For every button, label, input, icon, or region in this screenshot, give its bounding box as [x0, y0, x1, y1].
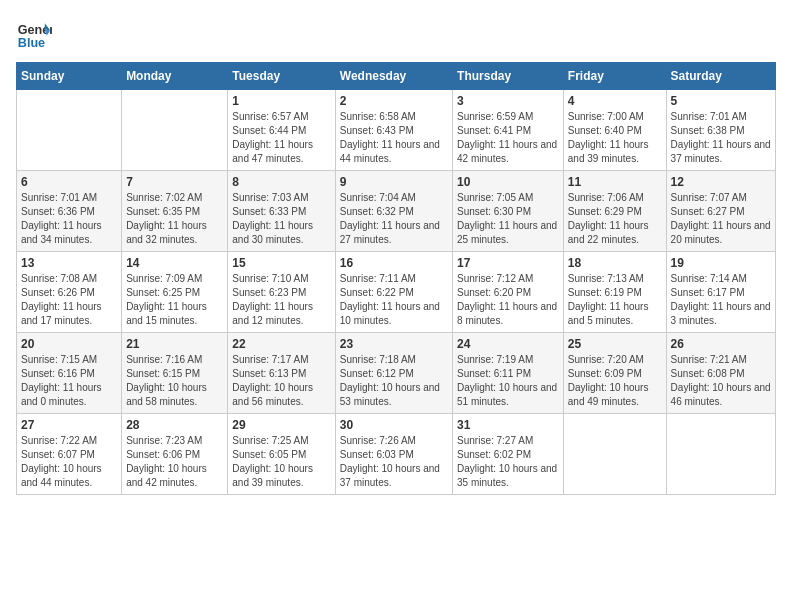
- day-number: 30: [340, 418, 448, 432]
- day-number: 4: [568, 94, 662, 108]
- day-cell: 7Sunrise: 7:02 AMSunset: 6:35 PMDaylight…: [122, 171, 228, 252]
- day-cell: 31Sunrise: 7:27 AMSunset: 6:02 PMDayligh…: [453, 414, 564, 495]
- day-info: Sunrise: 7:12 AMSunset: 6:20 PMDaylight:…: [457, 272, 559, 328]
- day-info: Sunrise: 7:23 AMSunset: 6:06 PMDaylight:…: [126, 434, 223, 490]
- day-number: 21: [126, 337, 223, 351]
- day-cell: [122, 90, 228, 171]
- day-info: Sunrise: 7:05 AMSunset: 6:30 PMDaylight:…: [457, 191, 559, 247]
- day-cell: 29Sunrise: 7:25 AMSunset: 6:05 PMDayligh…: [228, 414, 335, 495]
- week-row-2: 6Sunrise: 7:01 AMSunset: 6:36 PMDaylight…: [17, 171, 776, 252]
- day-cell: 26Sunrise: 7:21 AMSunset: 6:08 PMDayligh…: [666, 333, 775, 414]
- day-cell: 9Sunrise: 7:04 AMSunset: 6:32 PMDaylight…: [335, 171, 452, 252]
- day-info: Sunrise: 7:15 AMSunset: 6:16 PMDaylight:…: [21, 353, 117, 409]
- day-info: Sunrise: 7:27 AMSunset: 6:02 PMDaylight:…: [457, 434, 559, 490]
- day-number: 27: [21, 418, 117, 432]
- day-number: 9: [340, 175, 448, 189]
- header-cell-friday: Friday: [563, 63, 666, 90]
- day-cell: 12Sunrise: 7:07 AMSunset: 6:27 PMDayligh…: [666, 171, 775, 252]
- day-info: Sunrise: 7:16 AMSunset: 6:15 PMDaylight:…: [126, 353, 223, 409]
- day-number: 11: [568, 175, 662, 189]
- header-cell-sunday: Sunday: [17, 63, 122, 90]
- header-cell-saturday: Saturday: [666, 63, 775, 90]
- day-number: 2: [340, 94, 448, 108]
- day-cell: 19Sunrise: 7:14 AMSunset: 6:17 PMDayligh…: [666, 252, 775, 333]
- day-info: Sunrise: 7:04 AMSunset: 6:32 PMDaylight:…: [340, 191, 448, 247]
- day-number: 22: [232, 337, 330, 351]
- logo: General Blue: [16, 16, 52, 52]
- day-number: 23: [340, 337, 448, 351]
- calendar-table: SundayMondayTuesdayWednesdayThursdayFrid…: [16, 62, 776, 495]
- day-number: 29: [232, 418, 330, 432]
- day-cell: 30Sunrise: 7:26 AMSunset: 6:03 PMDayligh…: [335, 414, 452, 495]
- day-info: Sunrise: 6:58 AMSunset: 6:43 PMDaylight:…: [340, 110, 448, 166]
- day-info: Sunrise: 6:59 AMSunset: 6:41 PMDaylight:…: [457, 110, 559, 166]
- header-cell-tuesday: Tuesday: [228, 63, 335, 90]
- week-row-1: 1Sunrise: 6:57 AMSunset: 6:44 PMDaylight…: [17, 90, 776, 171]
- day-info: Sunrise: 7:22 AMSunset: 6:07 PMDaylight:…: [21, 434, 117, 490]
- day-number: 7: [126, 175, 223, 189]
- day-number: 28: [126, 418, 223, 432]
- day-cell: 25Sunrise: 7:20 AMSunset: 6:09 PMDayligh…: [563, 333, 666, 414]
- day-cell: 21Sunrise: 7:16 AMSunset: 6:15 PMDayligh…: [122, 333, 228, 414]
- day-info: Sunrise: 7:01 AMSunset: 6:38 PMDaylight:…: [671, 110, 771, 166]
- day-info: Sunrise: 7:09 AMSunset: 6:25 PMDaylight:…: [126, 272, 223, 328]
- day-number: 3: [457, 94, 559, 108]
- day-info: Sunrise: 7:17 AMSunset: 6:13 PMDaylight:…: [232, 353, 330, 409]
- header-cell-monday: Monday: [122, 63, 228, 90]
- day-cell: 10Sunrise: 7:05 AMSunset: 6:30 PMDayligh…: [453, 171, 564, 252]
- week-row-5: 27Sunrise: 7:22 AMSunset: 6:07 PMDayligh…: [17, 414, 776, 495]
- day-number: 5: [671, 94, 771, 108]
- day-number: 13: [21, 256, 117, 270]
- day-number: 6: [21, 175, 117, 189]
- day-info: Sunrise: 6:57 AMSunset: 6:44 PMDaylight:…: [232, 110, 330, 166]
- svg-text:Blue: Blue: [18, 36, 45, 50]
- day-info: Sunrise: 7:11 AMSunset: 6:22 PMDaylight:…: [340, 272, 448, 328]
- day-number: 25: [568, 337, 662, 351]
- day-number: 15: [232, 256, 330, 270]
- day-info: Sunrise: 7:25 AMSunset: 6:05 PMDaylight:…: [232, 434, 330, 490]
- week-row-4: 20Sunrise: 7:15 AMSunset: 6:16 PMDayligh…: [17, 333, 776, 414]
- day-cell: 15Sunrise: 7:10 AMSunset: 6:23 PMDayligh…: [228, 252, 335, 333]
- header-row: SundayMondayTuesdayWednesdayThursdayFrid…: [17, 63, 776, 90]
- logo-icon: General Blue: [16, 16, 52, 52]
- day-number: 8: [232, 175, 330, 189]
- day-number: 17: [457, 256, 559, 270]
- day-info: Sunrise: 7:06 AMSunset: 6:29 PMDaylight:…: [568, 191, 662, 247]
- day-info: Sunrise: 7:14 AMSunset: 6:17 PMDaylight:…: [671, 272, 771, 328]
- day-cell: [17, 90, 122, 171]
- day-cell: 2Sunrise: 6:58 AMSunset: 6:43 PMDaylight…: [335, 90, 452, 171]
- day-info: Sunrise: 7:10 AMSunset: 6:23 PMDaylight:…: [232, 272, 330, 328]
- day-number: 20: [21, 337, 117, 351]
- day-cell: 11Sunrise: 7:06 AMSunset: 6:29 PMDayligh…: [563, 171, 666, 252]
- day-cell: 8Sunrise: 7:03 AMSunset: 6:33 PMDaylight…: [228, 171, 335, 252]
- day-cell: 18Sunrise: 7:13 AMSunset: 6:19 PMDayligh…: [563, 252, 666, 333]
- day-info: Sunrise: 7:26 AMSunset: 6:03 PMDaylight:…: [340, 434, 448, 490]
- day-info: Sunrise: 7:20 AMSunset: 6:09 PMDaylight:…: [568, 353, 662, 409]
- day-info: Sunrise: 7:00 AMSunset: 6:40 PMDaylight:…: [568, 110, 662, 166]
- header-cell-thursday: Thursday: [453, 63, 564, 90]
- day-cell: 20Sunrise: 7:15 AMSunset: 6:16 PMDayligh…: [17, 333, 122, 414]
- day-number: 10: [457, 175, 559, 189]
- day-cell: 16Sunrise: 7:11 AMSunset: 6:22 PMDayligh…: [335, 252, 452, 333]
- day-number: 14: [126, 256, 223, 270]
- day-info: Sunrise: 7:02 AMSunset: 6:35 PMDaylight:…: [126, 191, 223, 247]
- day-cell: [666, 414, 775, 495]
- day-info: Sunrise: 7:03 AMSunset: 6:33 PMDaylight:…: [232, 191, 330, 247]
- page-header: General Blue: [16, 16, 776, 52]
- day-number: 18: [568, 256, 662, 270]
- day-cell: 17Sunrise: 7:12 AMSunset: 6:20 PMDayligh…: [453, 252, 564, 333]
- day-info: Sunrise: 7:19 AMSunset: 6:11 PMDaylight:…: [457, 353, 559, 409]
- day-cell: 22Sunrise: 7:17 AMSunset: 6:13 PMDayligh…: [228, 333, 335, 414]
- day-number: 16: [340, 256, 448, 270]
- day-info: Sunrise: 7:13 AMSunset: 6:19 PMDaylight:…: [568, 272, 662, 328]
- day-cell: 13Sunrise: 7:08 AMSunset: 6:26 PMDayligh…: [17, 252, 122, 333]
- header-cell-wednesday: Wednesday: [335, 63, 452, 90]
- day-cell: 14Sunrise: 7:09 AMSunset: 6:25 PMDayligh…: [122, 252, 228, 333]
- day-info: Sunrise: 7:08 AMSunset: 6:26 PMDaylight:…: [21, 272, 117, 328]
- day-cell: 23Sunrise: 7:18 AMSunset: 6:12 PMDayligh…: [335, 333, 452, 414]
- day-cell: 5Sunrise: 7:01 AMSunset: 6:38 PMDaylight…: [666, 90, 775, 171]
- day-cell: 28Sunrise: 7:23 AMSunset: 6:06 PMDayligh…: [122, 414, 228, 495]
- day-number: 19: [671, 256, 771, 270]
- day-cell: [563, 414, 666, 495]
- week-row-3: 13Sunrise: 7:08 AMSunset: 6:26 PMDayligh…: [17, 252, 776, 333]
